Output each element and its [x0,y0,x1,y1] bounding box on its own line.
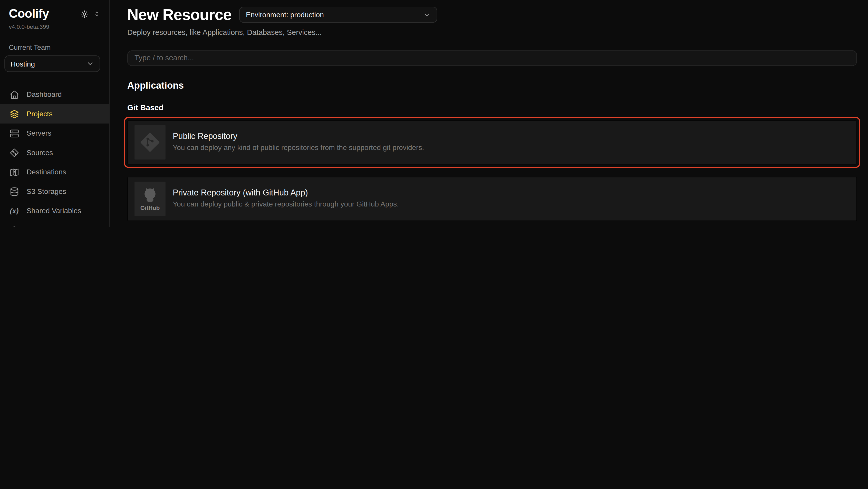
sidebar-item-label: Projects [27,110,53,118]
page-header: New Resource Environment: production [127,6,857,24]
chevron-down-icon [423,11,431,19]
theme-toggle-sun-icon[interactable] [80,10,89,18]
sidebar-item-label: Dashboard [27,90,62,98]
sidebar-item-label: Shared Variables [27,206,81,215]
layers-icon [9,109,20,119]
coolify-app: Coolify v4.0.0-beta.399 Current Team Hos… [0,0,868,227]
current-team-label: Current Team [9,44,100,51]
card-title: Public Repository [173,132,424,141]
collapse-chevrons-icon[interactable] [93,10,100,18]
page-title: New Resource [127,6,231,24]
card-private-repository-github-app[interactable]: GitHub Private Repository (with GitHub A… [127,176,857,221]
sidebar-item-label: S3 Storages [27,187,66,196]
chevron-down-icon [86,60,94,67]
sidebar-item-label: Destinations [27,168,66,176]
sidebar-item-destinations[interactable]: Destinations [9,162,100,181]
card-description: You can deploy any kind of public reposi… [173,143,424,153]
sidebar-item-dashboard[interactable]: Dashboard [9,85,100,104]
git-based-heading: Git Based [127,103,857,112]
sidebar-item-label: Servers [27,129,52,137]
sidebar-item-sources[interactable]: Sources [9,143,100,162]
sidebar-item-s3-storages[interactable]: S3 Storages [9,181,100,201]
sidebar-item-label: Sources [27,148,53,157]
sidebar-item-servers[interactable]: Servers [9,123,100,143]
database-icon [9,186,20,197]
search-input[interactable] [127,50,857,65]
main-content: New Resource Environment: production Dep… [110,0,868,227]
brand-actions [80,10,100,18]
page-subtitle: Deploy resources, like Applications, Dat… [127,28,857,36]
card-public-repository[interactable]: Public Repository You can deploy any kin… [127,120,857,164]
team-select[interactable]: Hosting [4,55,100,72]
sidebar-item-label: Notifications [27,226,66,227]
sidebar-item-projects[interactable]: Projects [0,104,109,123]
brand-row: Coolify [9,7,100,21]
environment-select-value: Environment: production [246,11,324,19]
bell-icon [9,225,20,227]
github-logo-icon: GitHub [134,181,165,216]
parentheses-x-icon: (x) [9,207,20,215]
sidebar: Coolify v4.0.0-beta.399 Current Team Hos… [0,0,110,227]
git-logo-icon [134,125,165,160]
app-logo: Coolify [9,7,49,21]
sidebar-item-shared-variables[interactable]: (x) Shared Variables [9,201,100,220]
server-icon [9,128,20,138]
applications-heading: Applications [127,80,857,91]
card-title: Private Repository (with GitHub App) [173,188,399,198]
map-icon [9,167,20,177]
home-icon [9,89,20,99]
environment-select[interactable]: Environment: production [239,7,437,23]
git-card-list: Public Repository You can deploy any kin… [127,120,857,227]
app-version: v4.0.0-beta.399 [9,23,100,30]
sidebar-nav: Dashboard Projects Servers Sources Desti… [9,85,100,227]
github-logo-text: GitHub [141,205,160,211]
git-diamond-icon [9,148,20,158]
card-description: You can deploy public & private reposito… [173,200,399,209]
sidebar-item-notifications[interactable]: Notifications [9,220,100,227]
team-select-value: Hosting [10,60,35,68]
